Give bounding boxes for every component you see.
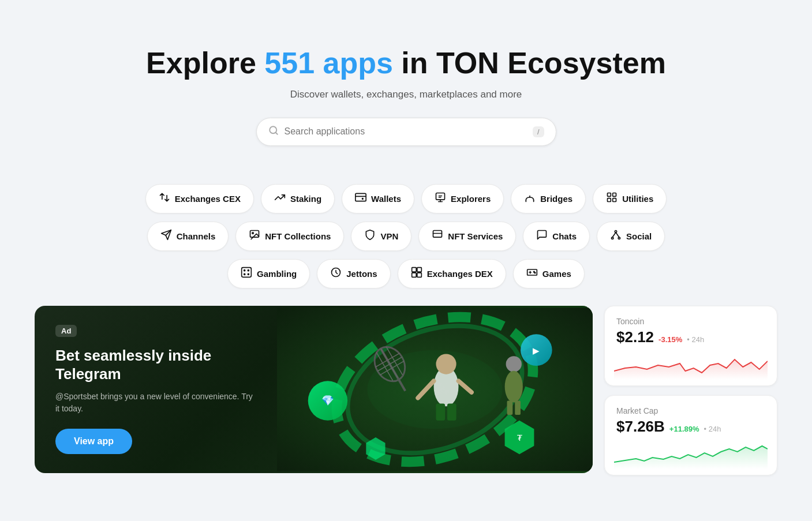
category-channels[interactable]: Channels xyxy=(147,222,229,251)
nft-collections-label: NFT Collections xyxy=(265,231,331,241)
social-label: Social xyxy=(626,231,652,241)
ad-title: Bet seamlessly inside Telegram xyxy=(55,346,256,384)
title-prefix: Explore xyxy=(146,46,264,80)
gambling-icon xyxy=(241,267,252,281)
svg-line-22 xyxy=(612,233,616,237)
ad-banner: Ad Bet seamlessly inside Telegram @Sport… xyxy=(35,306,593,473)
ad-visual-svg: 💎 ▶ ₮ xyxy=(277,306,593,473)
category-nft-collections[interactable]: NFT Collections xyxy=(235,222,344,251)
category-social[interactable]: Social xyxy=(597,222,665,251)
marketcap-period: • 24h xyxy=(704,425,721,433)
games-label: Games xyxy=(542,269,571,279)
bridges-label: Bridges xyxy=(540,194,572,204)
ad-description: @Sportsbet brings you a new level of con… xyxy=(55,391,256,415)
category-jettons[interactable]: Jettons xyxy=(317,259,390,288)
svg-rect-62 xyxy=(507,400,513,414)
toncoin-widget: Toncoin $2.12 -3.15% • 24h xyxy=(604,306,777,386)
bridges-icon xyxy=(524,192,536,206)
category-exchanges-cex[interactable]: Exchanges CEX xyxy=(145,184,254,213)
exchanges-cex-label: Exchanges CEX xyxy=(175,194,241,204)
gambling-label: Gambling xyxy=(257,269,297,279)
ad-badge: Ad xyxy=(55,325,77,337)
games-icon xyxy=(526,267,538,281)
toncoin-period: • 24h xyxy=(687,335,704,344)
svg-rect-31 xyxy=(417,267,421,272)
nft-collections-icon xyxy=(249,229,260,243)
marketcap-change: +11.89% xyxy=(669,425,699,433)
hero-section: Explore 551 apps in TON Ecosystem Discov… xyxy=(35,23,777,163)
title-apps: apps xyxy=(315,46,393,80)
category-wallets[interactable]: Wallets xyxy=(342,184,414,213)
ad-content: Ad Bet seamlessly inside Telegram @Sport… xyxy=(35,306,277,473)
svg-point-35 xyxy=(534,272,536,273)
staking-label: Staking xyxy=(290,194,321,204)
svg-point-27 xyxy=(244,273,245,275)
category-gambling[interactable]: Gambling xyxy=(227,259,310,288)
svg-point-64 xyxy=(367,350,502,429)
toncoin-change: -3.15% xyxy=(658,335,682,344)
svg-point-61 xyxy=(505,371,523,403)
marketcap-value: $7.26B xyxy=(616,418,665,436)
title-count: 551 xyxy=(264,46,315,80)
svg-text:💎: 💎 xyxy=(321,394,334,407)
search-icon xyxy=(268,125,279,138)
category-row-2: Channels NFT Collections VPN xyxy=(35,222,777,251)
marketcap-value-row: $7.26B +11.89% • 24h xyxy=(616,418,765,436)
svg-rect-14 xyxy=(608,198,611,201)
svg-point-17 xyxy=(252,233,254,234)
jettons-icon xyxy=(330,267,342,281)
social-icon xyxy=(610,229,622,243)
category-staking[interactable]: Staking xyxy=(261,184,335,213)
categories-section: Exchanges CEX Staking Wallets xyxy=(35,184,777,288)
explorers-icon xyxy=(435,192,446,206)
svg-rect-32 xyxy=(411,273,416,278)
hero-subtitle: Discover wallets, exchanges, marketplace… xyxy=(35,89,777,100)
toncoin-value: $2.12 xyxy=(616,328,654,346)
marketcap-widget: Market Cap $7.26B +11.89% • 24h xyxy=(604,395,777,475)
channels-label: Channels xyxy=(177,231,216,241)
search-shortcut-badge: / xyxy=(533,126,544,137)
svg-rect-63 xyxy=(515,400,521,414)
marketcap-chart xyxy=(614,440,768,469)
wallets-label: Wallets xyxy=(371,194,401,204)
channels-icon xyxy=(160,229,172,243)
wallets-icon xyxy=(355,192,366,206)
svg-rect-30 xyxy=(411,267,416,272)
view-app-button[interactable]: View app xyxy=(55,429,132,454)
bottom-section: Ad Bet seamlessly inside Telegram @Sport… xyxy=(35,306,777,475)
category-chats[interactable]: Chats xyxy=(523,222,590,251)
category-games[interactable]: Games xyxy=(513,259,585,288)
exchanges-dex-label: Exchanges DEX xyxy=(427,269,493,279)
svg-point-25 xyxy=(244,269,245,271)
category-explorers[interactable]: Explorers xyxy=(421,184,504,213)
svg-point-28 xyxy=(248,273,249,275)
svg-text:▶: ▶ xyxy=(533,346,540,355)
category-vpn[interactable]: VPN xyxy=(351,222,411,251)
sidebar-widgets: Toncoin $2.12 -3.15% • 24h xyxy=(604,306,777,475)
utilities-icon xyxy=(606,192,618,206)
exchanges-cex-icon xyxy=(159,192,170,206)
jettons-label: Jettons xyxy=(346,269,377,279)
staking-icon xyxy=(274,192,286,206)
category-utilities[interactable]: Utilities xyxy=(593,184,667,213)
utilities-label: Utilities xyxy=(622,194,653,204)
category-bridges[interactable]: Bridges xyxy=(511,184,586,213)
toncoin-label: Toncoin xyxy=(616,317,765,326)
search-input[interactable] xyxy=(285,126,533,137)
svg-rect-13 xyxy=(613,193,616,196)
svg-line-1 xyxy=(275,132,277,134)
svg-point-60 xyxy=(506,356,522,372)
svg-rect-2 xyxy=(356,193,366,201)
category-nft-services[interactable]: NFT Services xyxy=(418,222,516,251)
ad-visual: 💎 ▶ ₮ xyxy=(277,306,593,473)
search-bar: / xyxy=(256,118,556,146)
category-row-1: Exchanges CEX Staking Wallets xyxy=(35,184,777,213)
svg-rect-15 xyxy=(613,198,616,201)
vpn-icon xyxy=(364,229,376,243)
svg-rect-33 xyxy=(417,273,421,278)
svg-point-26 xyxy=(248,269,249,271)
chats-icon xyxy=(536,229,548,243)
toncoin-value-row: $2.12 -3.15% • 24h xyxy=(616,328,765,346)
toncoin-chart xyxy=(614,351,768,380)
category-exchanges-dex[interactable]: Exchanges DEX xyxy=(398,259,506,288)
